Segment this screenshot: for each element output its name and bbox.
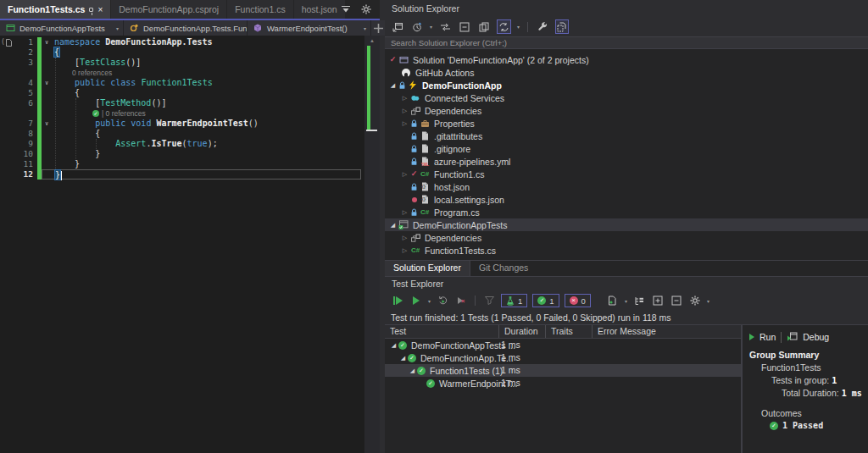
collapse-all-icon[interactable] (458, 19, 471, 34)
tree-item-function1tests-cs[interactable]: ▷C#Function1Tests.cs (385, 244, 868, 257)
tab-label: DemoFunctionApp.csproj (119, 4, 219, 14)
tree-item-azure-pipelines-yml[interactable]: YMLazure-pipelines.yml (385, 155, 868, 168)
expanded-twisty-icon[interactable]: ◢ (388, 82, 398, 89)
codelens-references[interactable]: | 0 references (102, 108, 146, 119)
test-row-function1tests-1[interactable]: ◢✓Function1Tests (1)1 ms (385, 364, 741, 377)
passed-tests-toggle[interactable]: ✓ 1 (532, 294, 559, 307)
breadcrumb-demofunctionapptests[interactable]: DemoFunctionAppTests▾ (0, 20, 124, 36)
collapsed-twisty-icon[interactable]: ▷ (400, 247, 409, 254)
total-tests-toggle[interactable]: 1 (501, 294, 527, 307)
properties-wrench-icon[interactable] (536, 19, 549, 34)
editor-margin (0, 98, 12, 108)
tab-demofunctionapp-csproj[interactable]: DemoFunctionApp.csproj (111, 0, 227, 19)
line-number: 1 (12, 37, 37, 47)
breadcrumb-warmerendpointtest[interactable]: WarmerEndpointTest()▾ (248, 20, 371, 36)
tab-function1-cs[interactable]: Function1.cs (227, 0, 294, 19)
tab-function1tests-cs[interactable]: Function1Tests.cs× (0, 0, 111, 19)
code-line[interactable]: 2{ (0, 47, 364, 58)
tree-item-demofunctionapptests[interactable]: ◢DemoFunctionAppTests (385, 218, 868, 231)
collapsed-twisty-icon[interactable]: ▷ (400, 108, 409, 114)
gear-icon[interactable] (359, 3, 373, 17)
expand-all-icon[interactable] (651, 294, 665, 308)
expanded-twisty-icon[interactable]: ◢ (408, 367, 417, 374)
editor-margin (0, 68, 12, 78)
expanded-twisty-icon[interactable]: ◢ (398, 355, 408, 362)
column-test[interactable]: Test (385, 325, 499, 338)
playlist-icon[interactable] (606, 294, 620, 308)
collapsed-twisty-icon[interactable]: ▷ (400, 209, 409, 216)
collapsed-twisty-icon[interactable]: ▷ (400, 235, 409, 241)
test-settings-gear-icon[interactable] (688, 294, 702, 308)
show-all-files-icon[interactable] (555, 19, 569, 34)
test-row-warmerendpointt[interactable]: ✓WarmerEndpointT...1 ms (385, 377, 741, 389)
chevron-down-icon[interactable]: ▾ (625, 298, 627, 304)
tree-item-connected-services[interactable]: ▷Connected Services (385, 91, 868, 104)
test-row-demofunctionapp-te[interactable]: ◢✓DemoFunctionApp.Te...1 ms (385, 351, 741, 364)
tree-item-dependencies[interactable]: ▷Dependencies (385, 231, 868, 244)
sync-with-active-document-icon[interactable] (497, 19, 511, 34)
tab-solution-explorer[interactable]: Solution Explorer (385, 261, 470, 276)
group-by-icon[interactable] (632, 294, 646, 308)
preview-selected-items-icon[interactable] (477, 19, 491, 34)
code-line[interactable]: 12} (0, 169, 364, 180)
run-tests-icon[interactable] (409, 294, 423, 308)
tree-item-gitignore[interactable]: .gitignore (385, 142, 868, 155)
chevron-down-icon[interactable]: ▾ (517, 24, 520, 30)
breadcrumb-demofunctionapp-tests-func[interactable]: DemoFunctionApp.Tests.Func▾ (124, 20, 248, 36)
expanded-twisty-icon[interactable]: ◢ (388, 222, 398, 229)
run-all-tests-icon[interactable] (391, 294, 404, 308)
pending-changes-filter-icon[interactable] (410, 19, 424, 34)
tree-item-program-cs[interactable]: ▷C#Program.cs (385, 206, 868, 218)
collapsed-twisty-icon[interactable]: ▷ (400, 95, 409, 102)
code-lines[interactable]: (1∨namespace DemoFunctionApp.Tests2{3 [T… (0, 36, 364, 180)
debug-button[interactable]: Debug (803, 332, 829, 342)
tree-item-local-settings-json[interactable]: {}local.settings.json (385, 193, 868, 206)
cancel-run-icon[interactable]: × (454, 294, 468, 308)
run-button[interactable]: Run (760, 332, 776, 342)
collapsed-twisty-icon[interactable]: ▷ (400, 171, 409, 178)
collapsed-twisty-icon[interactable]: ▷ (400, 120, 409, 127)
chevron-down-icon[interactable]: ▾ (116, 25, 119, 31)
tests-in-group-label: Tests in group: (771, 375, 829, 385)
tab-git-changes[interactable]: Git Changes (470, 261, 537, 276)
chevron-down-icon[interactable]: ▾ (364, 25, 366, 31)
tree-item-github-actions[interactable]: GitHub Actions (385, 66, 868, 79)
pin-icon[interactable] (89, 8, 93, 12)
tree-item-dependencies[interactable]: ▷Dependencies (385, 104, 868, 117)
failed-tests-toggle[interactable]: × 0 (565, 294, 591, 307)
tree-item-function1-cs[interactable]: ▷✓C#Function1.cs (385, 168, 868, 180)
expanded-twisty-icon[interactable]: ◢ (389, 342, 398, 349)
solution-explorer-search-input[interactable]: Search Solution Explorer (Ctrl+;) (385, 36, 868, 49)
filter-icon[interactable] (482, 294, 496, 308)
code-line[interactable]: (1∨namespace DemoFunctionApp.Tests (0, 37, 364, 47)
collapse-all-icon[interactable] (670, 294, 683, 308)
chevron-down-icon[interactable]: ▾ (707, 298, 709, 304)
fold-marker-icon[interactable]: ∨ (42, 119, 52, 129)
codelens-references[interactable]: 0 references (72, 68, 112, 78)
editor-vertical-scrollbar[interactable]: ▲ (364, 36, 380, 453)
tree-item-properties[interactable]: ▷Properties (385, 117, 868, 130)
open-documents-list-icon[interactable] (339, 3, 353, 17)
fold-marker-icon[interactable]: ∨ (42, 78, 52, 88)
chevron-down-icon[interactable]: ▾ (428, 298, 431, 304)
test-row-demofunctionapptests[interactable]: ◢✓DemoFunctionAppTests ...1 ms (385, 339, 741, 351)
split-window-icon[interactable] (371, 21, 385, 36)
column-duration[interactable]: Duration (499, 325, 546, 338)
column-error-message[interactable]: Error Message (593, 325, 741, 338)
column-traits[interactable]: Traits (546, 325, 593, 338)
close-icon[interactable]: × (97, 5, 103, 14)
dependencies-icon (409, 234, 421, 242)
tree-item-solution-demofunctionapp-2-of-2-projects[interactable]: ✓Solution 'DemoFunctionApp' (2 of 2 proj… (385, 53, 868, 66)
fold-margin (42, 88, 52, 98)
home-icon[interactable] (391, 19, 404, 34)
switch-views-icon[interactable] (438, 19, 452, 34)
editor-body[interactable]: (1∨namespace DemoFunctionApp.Tests2{3 [T… (0, 36, 380, 453)
chevron-down-icon[interactable]: ▾ (430, 24, 432, 30)
tree-item-label: .gitignore (434, 144, 470, 154)
repeat-last-run-icon[interactable] (436, 294, 449, 308)
scrollbar-up-arrow-icon[interactable]: ▲ (364, 36, 380, 43)
tree-item-demofunctionapp[interactable]: ◢DemoFunctionApp (385, 79, 868, 91)
tree-item-gitattributes[interactable]: .gitattributes (385, 130, 868, 142)
fold-marker-icon[interactable]: ∨ (42, 37, 52, 47)
tree-item-host-json[interactable]: {}host.json (385, 180, 868, 193)
